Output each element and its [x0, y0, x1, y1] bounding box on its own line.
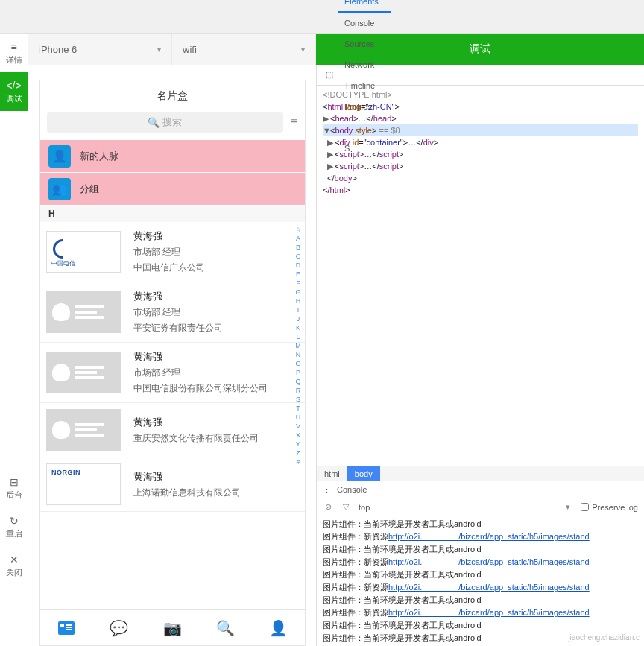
- section-header: H: [40, 206, 305, 222]
- chat-icon: 💬: [110, 619, 128, 637]
- az-letter[interactable]: ☆: [293, 225, 303, 234]
- searchbar: 🔍搜索 ≡: [40, 112, 305, 140]
- contact-row[interactable]: 黄海强市场部 经理平安证券有限责任公司: [40, 282, 305, 343]
- console-line: 图片组件：当前环境是开发者工具或android: [323, 518, 638, 531]
- code-icon: </>: [6, 80, 21, 92]
- contact-info: 黄海强重庆安然文化传播有限责任公司: [127, 403, 305, 457]
- az-letter[interactable]: Q: [293, 377, 303, 386]
- tabbar: 💬 📷 🔍 👤: [40, 609, 305, 645]
- device-label: iPhone 6: [39, 44, 77, 55]
- inspect-icon[interactable]: ⬚: [321, 70, 338, 80]
- az-letter[interactable]: U: [293, 413, 303, 422]
- devtools-tab-console[interactable]: Console: [338, 13, 391, 34]
- az-letter[interactable]: O: [293, 359, 303, 368]
- az-letter[interactable]: D: [293, 261, 303, 270]
- tab-profile[interactable]: 👤: [252, 610, 305, 645]
- rail-detail-label: 详情: [6, 54, 22, 66]
- search-input[interactable]: 🔍搜索: [47, 112, 283, 133]
- az-letter[interactable]: H: [293, 297, 303, 305]
- rail-close[interactable]: ✕关闭: [0, 546, 28, 585]
- console-line: 图片组件：当前环境是开发者工具或android: [323, 619, 638, 632]
- az-letter[interactable]: N: [293, 350, 303, 359]
- az-letter[interactable]: C: [293, 252, 303, 261]
- az-letter[interactable]: Z: [293, 449, 303, 457]
- rail-detail[interactable]: ≡详情: [0, 34, 28, 72]
- group-row[interactable]: 👥分组: [40, 173, 305, 206]
- close-icon: ✕: [10, 554, 19, 566]
- preview-pane: 名片盒 🔍搜索 ≡ 👤新的人脉 👥分组 H 黄海强市场部 经理中国电信广东公司黄…: [28, 65, 316, 646]
- az-letter[interactable]: A: [293, 234, 303, 243]
- az-letter[interactable]: #: [293, 457, 303, 466]
- filter-icon[interactable]: ▽: [341, 502, 351, 512]
- network-label: wifi: [183, 44, 197, 55]
- rail-debug-label: 调试: [6, 93, 22, 104]
- main: iPhone 6▾ wifi▾ 调试 名片盒 🔍搜索 ≡ 👤新的人脉 👥分组 H…: [28, 34, 644, 646]
- az-letter[interactable]: R: [293, 386, 303, 395]
- console-output[interactable]: 图片组件：当前环境是开发者工具或android图片组件：新资源http://o2…: [317, 516, 644, 646]
- az-letter[interactable]: P: [293, 368, 303, 377]
- contact-row[interactable]: 黄海强上海诺勤信息科技有限公司: [40, 457, 305, 512]
- left-rail: ≡详情 </>调试 ⊟后台 ↻重启 ✕关闭: [0, 34, 28, 646]
- az-letter[interactable]: G: [293, 288, 303, 297]
- hamburger-icon[interactable]: ≡: [291, 115, 297, 129]
- profile-icon: 👤: [269, 619, 288, 637]
- rail-debug[interactable]: </>调试: [0, 72, 28, 111]
- console-line: 图片组件：新资源http://o2i.________/bizcard/app_…: [323, 556, 638, 569]
- contact-info: 黄海强市场部 经理平安证券有限责任公司: [127, 282, 305, 342]
- az-letter[interactable]: I: [293, 305, 303, 314]
- az-letter[interactable]: S: [293, 395, 303, 404]
- az-letter[interactable]: F: [293, 279, 303, 288]
- elements-panel[interactable]: <!DOCTYPE html> <html lang="zh-CN"> ▶<he…: [317, 86, 644, 466]
- rail-restart[interactable]: ↻重启: [0, 507, 28, 546]
- device-dropdown[interactable]: iPhone 6▾: [28, 34, 172, 65]
- clear-icon[interactable]: ⊘: [323, 502, 333, 512]
- az-letter[interactable]: B: [293, 243, 303, 252]
- rail-backend[interactable]: ⊟后台: [0, 469, 28, 507]
- preserve-log-checkbox[interactable]: Preserve log: [581, 503, 638, 512]
- alphabet-index[interactable]: ☆ABCDEFGHIJKLMNOPQRSTUVXYZ#: [293, 222, 303, 565]
- card-icon: [58, 621, 75, 635]
- split-icon: ⊟: [10, 476, 19, 488]
- console-line: 图片组件：新资源http://o2i.________/bizcard/app_…: [323, 607, 638, 619]
- rail-backend-label: 后台: [6, 490, 22, 501]
- console-line: 图片组件：当前环境是开发者工具或android: [323, 543, 638, 556]
- devtools-tab-elements[interactable]: Elements: [338, 0, 391, 13]
- az-letter[interactable]: K: [293, 323, 303, 332]
- crumb-html[interactable]: html: [317, 466, 347, 481]
- context-dropdown[interactable]: top: [359, 503, 370, 512]
- kebab-icon[interactable]: ⋮: [323, 485, 331, 495]
- rail-restart-label: 重启: [6, 528, 22, 539]
- contact-row[interactable]: 黄海强市场部 经理中国电信广东公司: [40, 222, 305, 282]
- az-letter[interactable]: T: [293, 404, 303, 413]
- crumb-body[interactable]: body: [347, 466, 380, 481]
- devtools-tab-network[interactable]: Network: [338, 54, 391, 75]
- az-letter[interactable]: E: [293, 270, 303, 279]
- tab-camera[interactable]: 📷: [145, 610, 198, 645]
- az-letter[interactable]: V: [293, 422, 303, 431]
- az-letter[interactable]: X: [293, 431, 303, 440]
- phone-frame: 名片盒 🔍搜索 ≡ 👤新的人脉 👥分组 H 黄海强市场部 经理中国电信广东公司黄…: [39, 80, 306, 646]
- network-dropdown[interactable]: wifi▾: [172, 34, 316, 65]
- caret-down-icon[interactable]: ▾: [563, 502, 573, 512]
- devtools-tab-sources[interactable]: Sources: [338, 34, 391, 54]
- contact-thumb: [40, 343, 127, 402]
- workarea: 名片盒 🔍搜索 ≡ 👤新的人脉 👥分组 H 黄海强市场部 经理中国电信广东公司黄…: [28, 65, 644, 646]
- console-line: 图片组件：新资源http://o2i.________/bizcard/app_…: [323, 581, 638, 594]
- contact-info: 黄海强市场部 经理中国电信广东公司: [127, 222, 305, 282]
- az-letter[interactable]: J: [293, 314, 303, 323]
- contact-row[interactable]: 黄海强市场部 经理中国电信股份有限公司深圳分公司: [40, 343, 305, 403]
- console-line: 图片组件：当前环境是开发者工具或android: [323, 594, 638, 607]
- new-contact-row[interactable]: 👤新的人脉: [40, 140, 305, 173]
- az-letter[interactable]: L: [293, 332, 303, 341]
- restart-icon: ↻: [10, 515, 19, 527]
- devtools-tabs: ⬚ ElementsConsoleSourcesNetworkTimelineP…: [317, 65, 644, 86]
- caret-icon: ▾: [157, 45, 161, 54]
- az-letter[interactable]: Y: [293, 440, 303, 449]
- search-icon: 🔍: [148, 117, 160, 128]
- top-blank-bar: [0, 0, 644, 34]
- az-letter[interactable]: M: [293, 341, 303, 350]
- tab-chat[interactable]: 💬: [92, 610, 145, 645]
- tab-cards[interactable]: [40, 610, 92, 645]
- contact-row[interactable]: 黄海强重庆安然文化传播有限责任公司: [40, 403, 305, 457]
- tab-search[interactable]: 🔍: [199, 610, 252, 645]
